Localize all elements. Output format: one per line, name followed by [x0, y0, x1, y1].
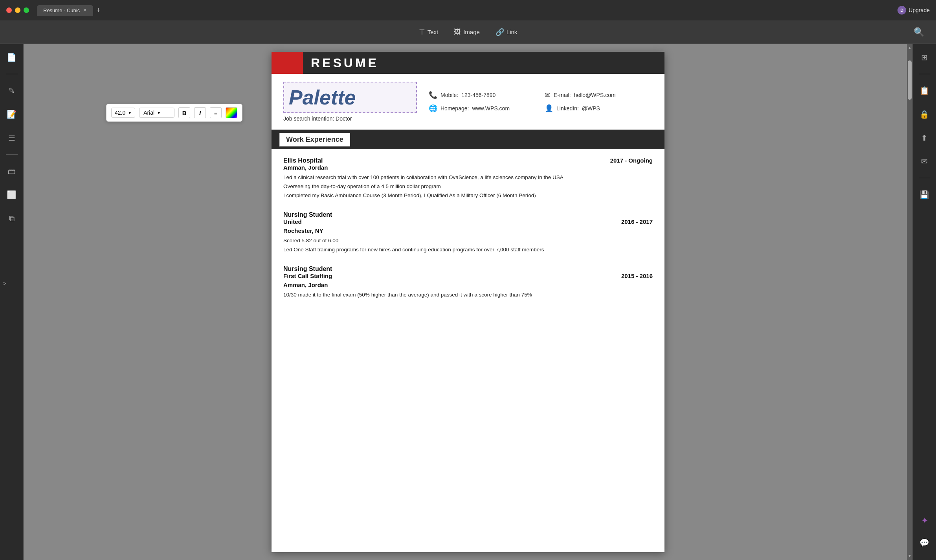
sidebar-right-lock-file[interactable]: 🔒	[918, 107, 932, 121]
work-entry-1-header: Ellis Hospital 2017 - Ongoing	[283, 157, 653, 164]
main-toolbar: ⊤ Text 🖼 Image 🔗 Link 🔍	[0, 20, 936, 44]
new-tab-button[interactable]: +	[96, 6, 101, 15]
window-controls	[6, 7, 29, 13]
sidebar-icon-copy[interactable]: ⧉	[5, 211, 19, 225]
resume-name-left: Palette Job search intention: Doctor	[283, 82, 417, 122]
work-section: Ellis Hospital 2017 - Ongoing Amman, Jor…	[272, 149, 664, 318]
scroll-up-button[interactable]: ▲	[907, 44, 912, 52]
candidate-name: Palette	[289, 86, 411, 109]
work-experience-section-header: Work Experience	[272, 130, 664, 149]
link-tool[interactable]: 🔗 Link	[496, 28, 518, 37]
resume-name-section: Palette Job search intention: Doctor 📞 M…	[272, 74, 664, 130]
document-area[interactable]: 42.0 ▼ Arial ▼ B I ≡ RESUME	[24, 44, 912, 560]
mobile-value: 123-456-7890	[461, 92, 496, 98]
search-button[interactable]: 🔍	[914, 27, 924, 37]
job-intention-label: Job search intention:	[283, 115, 334, 122]
scrollbar-thumb[interactable]	[908, 60, 912, 100]
scrollbar[interactable]: ▲ ▼	[907, 44, 912, 560]
close-button[interactable]	[6, 7, 12, 13]
work-desc-2-1: Led One Staff training programs for new …	[283, 245, 653, 254]
bold-button[interactable]: B	[178, 107, 190, 118]
sidebar-icon-text-edit[interactable]: 📝	[5, 107, 19, 121]
sidebar-right-save[interactable]: 💾	[918, 188, 932, 202]
titlebar: Resume - Cubic ✕ + D Upgrade	[0, 0, 936, 20]
maximize-button[interactable]	[24, 7, 29, 13]
font-family-chevron: ▼	[157, 111, 161, 115]
resume-page: RESUME Palette Job search intention: Doc…	[272, 52, 664, 552]
image-icon: 🖼	[454, 28, 461, 36]
work-entry-2-header: Nursing Student	[283, 211, 653, 218]
font-family-value: Arial	[143, 110, 154, 116]
sidebar-icon-edit[interactable]: ✎	[5, 84, 19, 98]
work-desc-1-0: Led a clinical research trial with over …	[283, 173, 653, 182]
color-picker-button[interactable]	[226, 107, 237, 118]
work-sub-header-2: United 2016 - 2017	[283, 218, 653, 227]
linkedin-icon: 👤	[545, 104, 553, 113]
sidebar-right-share[interactable]: ⬆	[918, 131, 932, 145]
sidebar-right-scan[interactable]: ⊞	[918, 50, 932, 64]
mobile-label: Mobile:	[440, 92, 458, 98]
work-location-1: Amman, Jordan	[283, 164, 653, 171]
work-entry-1: Ellis Hospital 2017 - Ongoing Amman, Jor…	[283, 157, 653, 200]
sidebar-icon-template[interactable]: ⬜	[5, 188, 19, 202]
work-company2-2: United	[283, 218, 302, 225]
work-sub-header-3: First Call Staffing 2015 - 2016	[283, 273, 653, 282]
font-size-selector[interactable]: 42.0 ▼	[111, 108, 135, 118]
work-dates-1: 2017 - Ongoing	[610, 157, 653, 164]
text-label: Text	[428, 29, 439, 35]
name-box[interactable]: Palette	[283, 82, 417, 113]
align-button[interactable]: ≡	[210, 107, 222, 118]
sidebar-right-mail[interactable]: ✉	[918, 154, 932, 168]
image-tool[interactable]: 🖼 Image	[454, 28, 480, 36]
email-label: E-mail:	[554, 92, 571, 98]
italic-button[interactable]: I	[194, 107, 206, 118]
work-desc-2-0: Scored 5.82 out of 6.00	[283, 236, 653, 245]
homepage-label: Homepage:	[440, 105, 469, 112]
active-tab[interactable]: Resume - Cubic ✕	[37, 5, 93, 16]
company-name-1: Ellis Hospital	[283, 157, 323, 164]
job-intention-value: Doctor	[336, 115, 352, 122]
sidebar-right-file-check[interactable]: 📋	[918, 84, 932, 98]
titlebar-right: D Upgrade	[897, 6, 930, 15]
linkedin-label: LinkedIn:	[556, 105, 579, 112]
resume-header: RESUME	[272, 52, 664, 74]
left-sidebar: 📄 ✎ 📝 ☰ 🗃 ⬜ ⧉ >	[0, 44, 24, 560]
tab-close-button[interactable]: ✕	[83, 7, 87, 13]
font-size-value: 42.0	[115, 110, 125, 116]
work-desc-3-0: 10/30 made it to the final exam (50% hig…	[283, 291, 653, 300]
main-layout: 📄 ✎ 📝 ☰ 🗃 ⬜ ⧉ > 42.0 ▼ Arial ▼ B	[0, 44, 936, 560]
font-size-chevron: ▼	[128, 111, 132, 115]
right-sidebar-divider-1	[919, 74, 930, 74]
work-company2-3: First Call Staffing	[283, 273, 332, 279]
minimize-button[interactable]	[15, 7, 20, 13]
sidebar-right-bottom: ✦ 💬	[918, 514, 932, 554]
work-experience-label: Work Experience	[279, 133, 350, 146]
upgrade-button[interactable]: D Upgrade	[897, 6, 930, 15]
work-desc-1-1: Overseeing the day-to-day operation of a…	[283, 182, 653, 191]
sidebar-divider-2	[6, 154, 18, 155]
font-family-selector[interactable]: Arial ▼	[139, 108, 174, 118]
sidebar-right-ai[interactable]: ✦	[918, 514, 932, 528]
scroll-down-button[interactable]: ▼	[907, 552, 912, 560]
text-icon: ⊤	[419, 28, 425, 37]
text-tool[interactable]: ⊤ Text	[419, 28, 439, 37]
header-red-bar	[272, 52, 303, 74]
work-location-3: Amman, Jordan	[283, 282, 653, 288]
sidebar-icon-document[interactable]: 📄	[5, 50, 19, 64]
email-value: hello@WPS.com	[574, 92, 616, 98]
work-entry-2: Nursing Student United 2016 - 2017 Roche…	[283, 211, 653, 254]
sidebar-divider-1	[6, 74, 18, 74]
mobile-contact: 📞 Mobile: 123-456-7890	[429, 91, 537, 99]
sidebar-icon-image[interactable]: 🗃	[5, 164, 19, 178]
expand-toggle[interactable]: >	[3, 280, 6, 287]
user-avatar: D	[897, 6, 906, 15]
upgrade-label: Upgrade	[908, 7, 930, 13]
link-label: Link	[507, 29, 518, 35]
work-dates-2: 2016 - 2017	[621, 218, 653, 227]
sidebar-right-chat[interactable]: 💬	[918, 536, 932, 550]
right-sidebar-divider-2	[919, 178, 930, 178]
sidebar-icon-list[interactable]: ☰	[5, 131, 19, 145]
work-desc-1-2: I completed my Basic Ambulance Course (3…	[283, 191, 653, 200]
work-dates-3: 2015 - 2016	[621, 273, 653, 282]
link-icon: 🔗	[496, 28, 504, 37]
